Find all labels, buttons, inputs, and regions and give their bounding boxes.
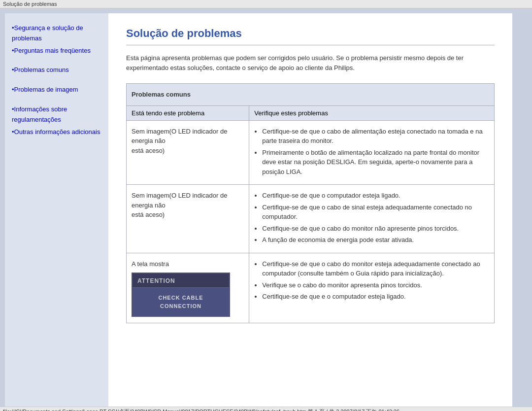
solutions-cell: Certifique-se de que o cabo do monitor e… <box>249 253 495 323</box>
problems-table: Problemas comuns Está tendo este problem… <box>126 83 495 323</box>
list-item: Certifique-se de que o cabo do monitor e… <box>262 259 489 278</box>
sidebar-item-common[interactable]: •Problemas comuns <box>12 65 101 75</box>
problem-label: Sem imagem(O LED indicador de energia nã… <box>132 192 227 218</box>
intro-text: Esta página apresenta problemas que pode… <box>126 53 495 72</box>
problem-cell: A tela mostra ATTENTION CHECK CABLE CONN… <box>127 253 249 323</box>
problem-cell: Sem imagem(O LED indicador de energia nã… <box>127 120 249 185</box>
sidebar-item-safety[interactable]: •Segurança e solução de problemas <box>12 23 101 44</box>
col2-header: Verifique estes problemas <box>249 105 495 120</box>
sidebar-item-other[interactable]: •Outras informações adicionais <box>12 127 101 137</box>
browser-title-bar: Solução de problemas <box>0 0 532 8</box>
sidebar-nav: •Segurança e solução de problemas •Pergu… <box>12 23 101 137</box>
solutions-list: Certifique-se de que o cabo do monitor e… <box>262 259 489 302</box>
sidebar-link-other[interactable]: •Outras informações adicionais <box>12 128 100 136</box>
page-title: Solução de problemas <box>126 27 495 40</box>
sidebar-link-regulations[interactable]: •Informações sobre regulamentações <box>12 105 67 123</box>
problem-label: A tela mostra <box>132 260 169 268</box>
solutions-list: Certifique-se de que o cabo de alimentaç… <box>262 127 489 177</box>
solutions-cell: Certifique-se de que o computador esteja… <box>249 185 495 253</box>
sidebar-item-image[interactable]: •Problemas de imagem <box>12 85 101 95</box>
list-item: Certifique-se de que o cabo de sinal est… <box>262 203 489 222</box>
sidebar-item-faq[interactable]: •Perguntas mais freqüentes <box>12 46 101 56</box>
col1-header: Está tendo este problema <box>127 105 249 120</box>
sidebar-link-safety[interactable]: •Segurança e solução de problemas <box>12 24 83 42</box>
list-item: Certifique-se de que o computador esteja… <box>262 191 489 201</box>
divider <box>126 45 495 45</box>
sidebar-link-common[interactable]: •Problemas comuns <box>12 66 69 73</box>
sidebar-item-regulations[interactable]: •Informações sobre regulamentações <box>12 104 101 125</box>
attention-top-line: ATTENTION <box>133 274 229 288</box>
solutions-list: Certifique-se de que o computador esteja… <box>262 191 489 245</box>
table-row: A tela mostra ATTENTION CHECK CABLE CONN… <box>127 253 495 323</box>
solutions-cell: Certifique-se de que o cabo de alimentaç… <box>249 120 495 185</box>
right-panel <box>512 13 527 407</box>
browser-title: Solução de problemas <box>3 1 57 7</box>
attention-bottom-line: CHECK CABLE CONNECTION <box>133 288 229 316</box>
table-row: Sem imagem(O LED indicador de energia nã… <box>127 120 495 185</box>
status-text: file:///C|/Documents and Settings/Lance.… <box>3 409 399 411</box>
main-content: Solução de problemas Esta página apresen… <box>108 13 512 407</box>
sidebar-link-faq[interactable]: •Perguntas mais freqüentes <box>12 47 91 54</box>
attention-box: ATTENTION CHECK CABLE CONNECTION <box>132 273 230 317</box>
table-row: Sem imagem(O LED indicador de energia nã… <box>127 185 495 253</box>
list-item: A função de economia de energia pode est… <box>262 235 489 245</box>
list-item: Primeiramente o botão de alimentação loc… <box>262 148 489 177</box>
section-header: Problemas comuns <box>127 84 495 106</box>
sidebar-link-image[interactable]: •Problemas de imagem <box>12 86 78 93</box>
list-item: Certifique-se de que o cabo do monitor n… <box>262 224 489 234</box>
problem-cell: Sem imagem(O LED indicador de energia nã… <box>127 185 249 253</box>
list-item: Certifique-se de que o cabo de alimentaç… <box>262 127 489 146</box>
problem-label: Sem imagem(O LED indicador de energia nã… <box>132 128 227 154</box>
status-bar: file:///C|/Documents and Settings/Lance.… <box>0 407 532 411</box>
sidebar: •Segurança e solução de problemas •Pergu… <box>5 13 108 407</box>
list-item: Certifique-se de que e o computador este… <box>262 292 489 302</box>
list-item: Verifique se o cabo do monitor apresenta… <box>262 280 489 290</box>
